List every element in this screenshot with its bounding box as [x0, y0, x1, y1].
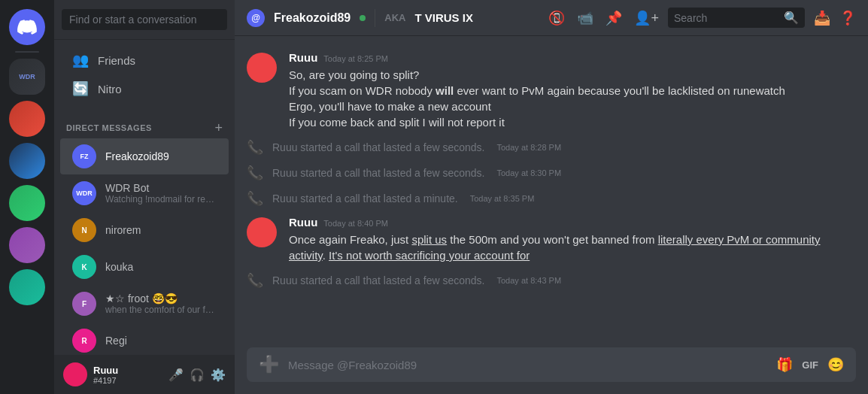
dm-section-label: DIRECT MESSAGES — [66, 123, 152, 132]
dm-info-freakozoid89: Freakozoid89 — [105, 150, 217, 162]
system-message-1: 📞 Ruuu started a call that lasted a few … — [235, 136, 868, 159]
server-avatar-2[interactable] — [9, 143, 45, 179]
gif-icon[interactable]: GIF — [802, 359, 818, 371]
video-icon[interactable]: 📹 — [577, 10, 593, 26]
msg-timestamp-1: Today at 8:25 PM — [323, 54, 388, 63]
msg-header-1: Ruuu Today at 8:25 PM — [289, 51, 856, 64]
search-input[interactable] — [62, 9, 227, 30]
chat-header-avatar: @ — [247, 9, 265, 27]
msg-text-1d: If you come back and split I will not re… — [289, 114, 856, 130]
message-input-area: ➕ 🎁 GIF 😊 — [235, 347, 868, 394]
header-search-input[interactable] — [674, 12, 779, 24]
header-icons: 📵 📹 📌 👤+ — [548, 10, 659, 26]
sys-timestamp-4: Today at 8:43 PM — [497, 276, 562, 285]
chat-header-username: Freakozoid89 — [274, 11, 351, 25]
msg-username-2: Ruuu — [289, 216, 317, 229]
dm-info-wdrbot: WDR Bot Watching !modmail for repor... — [105, 182, 217, 205]
help-icon[interactable]: ❓ — [839, 10, 856, 26]
nav-item-nitro[interactable]: 🔄 Nitro — [60, 74, 229, 103]
friends-icon: 👥 — [72, 52, 89, 68]
server-wdr-icon[interactable]: WDR — [9, 59, 45, 95]
dm-item-froot[interactable]: F ★☆ froot 🤓😎 when the comfort of our fa… — [60, 286, 229, 322]
call-icon-1: 📞 — [247, 139, 263, 156]
search-icon: 🔍 — [784, 11, 799, 25]
search-bar — [54, 0, 235, 40]
msg-content-1: Ruuu Today at 8:25 PM So, are you going … — [289, 51, 856, 130]
friends-label: Friends — [98, 54, 135, 67]
dm-item-wdrbot[interactable]: WDR WDR Bot Watching !modmail for repor.… — [60, 175, 229, 211]
emoji-icon[interactable]: 😊 — [827, 356, 844, 373]
sys-timestamp-2: Today at 8:30 PM — [497, 168, 562, 177]
pin-icon[interactable]: 📌 — [605, 10, 622, 26]
nav-items: 👥 Friends 🔄 Nitro — [54, 40, 235, 109]
system-message-4: 📞 Ruuu started a call that lasted a few … — [235, 269, 868, 292]
dm-info-nirorem: nirorem — [105, 224, 217, 236]
dm-name-nirorem: nirorem — [105, 224, 217, 236]
server-divider — [15, 51, 39, 53]
msg-header-2: Ruuu Today at 8:40 PM — [289, 216, 856, 229]
user-panel-avatar — [63, 362, 87, 386]
server-sidebar: WDR — [0, 0, 54, 394]
sys-text-4: Ruuu started a call that lasted a few se… — [272, 274, 485, 286]
home-server-icon[interactable] — [9, 9, 45, 45]
alias-name: T VIRUS IX — [414, 11, 473, 24]
dm-avatar-freakozoid89: FZ — [72, 144, 96, 168]
call-icon-4: 📞 — [247, 272, 263, 289]
dm-list: FZ Freakozoid89 WDR WDR Bot Watching !mo… — [54, 138, 235, 355]
dm-item-regi[interactable]: R Regi — [60, 323, 229, 355]
server-avatar-5[interactable] — [9, 269, 45, 305]
message-input[interactable] — [288, 359, 767, 371]
mute-call-icon[interactable]: 📵 — [548, 10, 565, 26]
header-search: 🔍 — [668, 8, 805, 28]
mute-icon[interactable]: 🎤 — [168, 368, 184, 382]
call-icon-3: 📞 — [247, 190, 263, 207]
msg-avatar-ruuu-2 — [247, 217, 277, 247]
messages-container: Ruuu Today at 8:25 PM So, are you going … — [235, 36, 868, 347]
dm-avatar-kouka: K — [72, 255, 96, 279]
dm-item-nirorem[interactable]: N nirorem — [60, 212, 229, 248]
user-panel-tag: #4197 — [93, 376, 162, 385]
dm-name-regi: Regi — [105, 335, 217, 347]
system-message-2: 📞 Ruuu started a call that lasted a few … — [235, 162, 868, 184]
dm-name-kouka: kouka — [105, 261, 217, 273]
dm-preview-froot: when the comfort of our failu... — [105, 305, 217, 315]
user-panel: Ruuu #4197 🎤 🎧 ⚙️ — [54, 355, 235, 394]
gift-icon[interactable]: 🎁 — [776, 356, 793, 373]
server-avatar-1[interactable] — [9, 101, 45, 137]
call-icon-2: 📞 — [247, 165, 263, 181]
sys-timestamp-3: Today at 8:35 PM — [470, 194, 535, 203]
msg-text-1c: Ergo, you'll have to make a new account — [289, 98, 856, 114]
message-input-container: ➕ 🎁 GIF 😊 — [247, 347, 856, 382]
nav-item-friends[interactable]: 👥 Friends — [60, 46, 229, 74]
server-avatar-3[interactable] — [9, 185, 45, 221]
dm-avatar-wdrbot: WDR — [72, 181, 96, 205]
nitro-label: Nitro — [98, 83, 122, 95]
dm-item-freakozoid89[interactable]: FZ Freakozoid89 — [60, 138, 229, 174]
msg-username-1: Ruuu — [289, 51, 317, 64]
deafen-icon[interactable]: 🎧 — [190, 368, 205, 382]
dm-info-froot: ★☆ froot 🤓😎 when the comfort of our fail… — [105, 292, 217, 315]
inbox-icon[interactable]: 📥 — [814, 10, 830, 26]
msg-text-1a: So, are you going to split? — [289, 67, 856, 83]
dm-section-header: DIRECT MESSAGES + — [54, 109, 235, 138]
message-group-2: Ruuu Today at 8:40 PM Once again Freako,… — [235, 213, 868, 266]
aka-label: AKA — [384, 12, 405, 23]
user-panel-info: Ruuu #4197 — [93, 365, 162, 385]
dm-item-kouka[interactable]: K kouka — [60, 249, 229, 285]
online-status-dot — [360, 15, 366, 21]
msg-timestamp-2: Today at 8:40 PM — [323, 219, 388, 228]
dm-preview-wdrbot: Watching !modmail for repor... — [105, 194, 217, 205]
msg-avatar-ruuu-1 — [247, 53, 277, 83]
sys-text-3: Ruuu started a call that lasted a minute… — [272, 192, 458, 205]
input-add-button[interactable]: ➕ — [259, 355, 279, 374]
settings-icon[interactable]: ⚙️ — [211, 368, 226, 382]
server-avatar-4[interactable] — [9, 227, 45, 263]
dm-add-button[interactable]: + — [214, 121, 223, 135]
add-friend-icon[interactable]: 👤+ — [634, 10, 659, 26]
header-divider — [375, 9, 375, 27]
dm-info-kouka: kouka — [105, 261, 217, 273]
dm-avatar-regi: R — [72, 329, 96, 353]
user-panel-icons: 🎤 🎧 ⚙️ — [168, 368, 226, 382]
nitro-icon: 🔄 — [72, 80, 89, 97]
input-right-icons: 🎁 GIF 😊 — [776, 356, 844, 373]
